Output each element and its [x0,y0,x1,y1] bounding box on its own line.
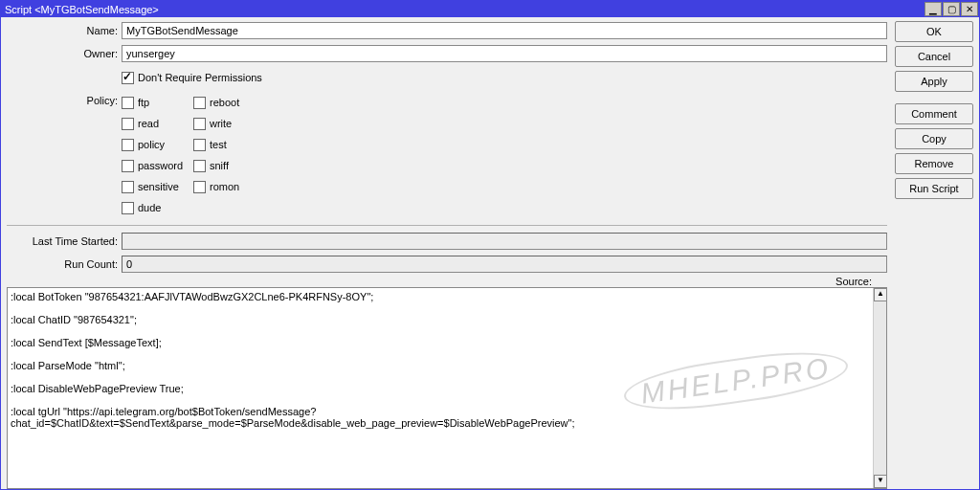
titlebar[interactable]: Script <MyTGBotSendMessage> ▁ ▢ ✕ [1,1,979,17]
window-title: Script <MyTGBotSendMessage> [5,4,159,15]
scrollbar[interactable]: ▲ ▼ [873,288,886,488]
policy-password-row: password [122,155,193,176]
policy-dude-label: dude [138,202,161,213]
comment-button[interactable]: Comment [895,103,973,124]
policy-sniff-label: sniff [210,160,229,171]
policy-policy-checkbox[interactable] [122,139,134,151]
button-sidebar: OK Cancel Apply Comment Copy Remove Run … [893,17,979,489]
policy-write-row: write [193,113,239,134]
policy-area: ftpreadpolicypasswordsensitivedude reboo… [122,92,239,218]
remove-button[interactable]: Remove [895,153,973,174]
run-script-button[interactable]: Run Script [895,178,973,199]
policy-sensitive-row: sensitive [122,176,193,197]
policy-read-row: read [122,113,193,134]
name-input[interactable] [122,22,887,39]
policy-romon-checkbox[interactable] [193,181,206,193]
client-area: Name: Owner: Don't Require Permissions P… [1,17,979,489]
policy-col1: ftpreadpolicypasswordsensitivedude [122,92,193,218]
policy-policy-label: policy [138,139,165,150]
policy-ftp-row: ftp [122,92,193,113]
policy-sensitive-label: sensitive [138,181,179,192]
titlebar-buttons: ▁ ▢ ✕ [924,2,978,16]
policy-write-checkbox[interactable] [193,118,206,130]
run-count-value: 0 [122,256,887,273]
policy-col2: rebootwritetestsniffromon [193,92,239,218]
policy-policy-row: policy [122,134,193,155]
dont-require-permissions-label: Don't Require Permissions [138,72,262,83]
last-time-value [122,233,887,250]
policy-write-label: write [210,118,232,129]
main-panel: Name: Owner: Don't Require Permissions P… [1,17,893,489]
minimize-button[interactable]: ▁ [924,2,942,16]
divider [7,225,887,226]
policy-ftp-checkbox[interactable] [122,97,134,109]
policy-sniff-row: sniff [193,155,239,176]
maximize-button[interactable]: ▢ [943,2,960,16]
source-label: Source: [834,276,874,287]
policy-password-label: password [138,160,183,171]
policy-label: Policy: [7,92,122,106]
policy-dude-checkbox[interactable] [122,202,134,214]
scroll-up-button[interactable]: ▲ [874,288,887,301]
ok-button[interactable]: OK [895,21,973,42]
close-button[interactable]: ✕ [961,2,978,16]
last-time-label: Last Time Started: [7,235,122,247]
dont-require-permissions-checkbox[interactable] [122,72,134,84]
apply-button[interactable]: Apply [895,71,973,92]
source-textarea[interactable]: :local BotToken "987654321:AAFJlVTAWodBw… [7,287,887,489]
cancel-button[interactable]: Cancel [895,46,973,67]
name-label: Name: [7,25,122,36]
policy-reboot-label: reboot [210,97,239,108]
policy-read-checkbox[interactable] [122,118,134,130]
scroll-down-button[interactable]: ▼ [874,475,887,488]
policy-test-label: test [210,139,227,150]
policy-reboot-checkbox[interactable] [193,97,206,109]
owner-input[interactable] [122,45,887,62]
policy-ftp-label: ftp [138,97,149,108]
policy-read-label: read [138,118,159,129]
policy-reboot-row: reboot [193,92,239,113]
script-window: Script <MyTGBotSendMessage> ▁ ▢ ✕ Name: … [0,0,980,490]
policy-romon-row: romon [193,176,239,197]
policy-sensitive-checkbox[interactable] [122,181,134,193]
policy-test-checkbox[interactable] [193,139,206,151]
policy-dude-row: dude [122,197,193,218]
owner-label: Owner: [7,48,122,59]
dont-require-permissions-row: Don't Require Permissions [122,67,262,88]
run-count-label: Run Count: [7,258,122,270]
source-area: Source: :local BotToken "987654321:AAFJl… [7,281,887,489]
copy-button[interactable]: Copy [895,128,973,149]
policy-romon-label: romon [210,181,239,192]
policy-password-checkbox[interactable] [122,160,134,172]
policy-sniff-checkbox[interactable] [193,160,206,172]
policy-test-row: test [193,134,239,155]
